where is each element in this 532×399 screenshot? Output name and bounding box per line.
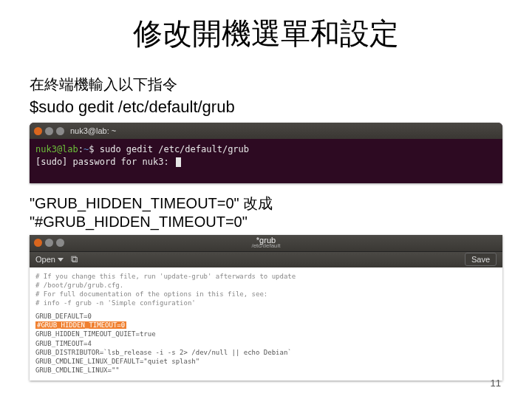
terminal-titlebar: nuk3@lab: ~ — [30, 123, 502, 139]
modify-before-line: "GRUB_HIDDEN_TIMEOUT=0" 改成 — [30, 194, 502, 214]
save-label: Save — [471, 255, 490, 264]
editor-subtitle: /etc/default — [251, 243, 280, 249]
file-line: # If you change this file, run 'update-g… — [35, 272, 497, 281]
maximize-icon[interactable] — [56, 127, 64, 135]
modify-before: "GRUB_HIDDEN_TIMEOUT=0" — [30, 195, 239, 211]
slide-title: 修改開機選單和設定 — [30, 13, 502, 54]
save-button[interactable]: Save — [465, 253, 497, 266]
terminal-output: [sudo] password for nuk3: — [35, 157, 169, 167]
editor-window: *grub /etc/default Open ⧉ Save # If you … — [30, 235, 502, 381]
modify-verb: 改成 — [243, 195, 273, 211]
terminal-title: nuk3@lab: ~ — [70, 126, 116, 135]
file-line: # info -f grub -n 'Simple configuration' — [35, 299, 497, 307]
command-text: $sudo gedit /etc/default/grub — [30, 98, 502, 117]
new-tab-button[interactable]: ⧉ — [71, 253, 78, 265]
open-label: Open — [35, 255, 55, 264]
editor-toolbar: Open ⧉ Save — [30, 251, 502, 267]
instruction-subhead: 在終端機輸入以下指令 — [30, 75, 502, 95]
close-icon[interactable] — [34, 239, 42, 247]
prompt-symbol: $ — [89, 144, 94, 154]
file-line: GRUB_DISTRIBUTOR=`lsb_release -i -s 2> /… — [35, 348, 497, 357]
close-icon[interactable] — [34, 127, 42, 135]
file-line: GRUB_HIDDEN_TIMEOUT_QUIET=true — [35, 330, 497, 338]
prompt-user: nuk3@lab — [35, 144, 78, 154]
terminal-command: sudo gedit /etc/default/grub — [100, 144, 249, 154]
file-line: GRUB_CMDLINE_LINUX="" — [35, 366, 497, 375]
cursor-icon — [176, 157, 181, 167]
highlighted-line: #GRUB_HIDDEN_TIMEOUT=0 — [35, 321, 126, 329]
modify-after-line: "#GRUB_HIDDEN_TIMEOUT=0" — [30, 214, 502, 231]
maximize-icon[interactable] — [56, 239, 64, 247]
file-line: # /boot/grub/grub.cfg. — [35, 281, 497, 290]
open-button[interactable]: Open — [35, 255, 64, 264]
editor-titlebar: *grub /etc/default — [30, 235, 502, 251]
editor-body[interactable]: # If you change this file, run 'update-g… — [30, 267, 502, 381]
minimize-icon[interactable] — [45, 239, 53, 247]
modify-after: "#GRUB_HIDDEN_TIMEOUT=0" — [30, 214, 248, 230]
chevron-down-icon — [58, 258, 64, 262]
terminal-body: nuk3@lab:~$ sudo gedit /etc/default/grub… — [30, 139, 502, 183]
file-line: GRUB_DEFAULT=0 — [35, 312, 497, 321]
file-line: GRUB_TIMEOUT=4 — [35, 339, 497, 348]
page-number: 11 — [491, 378, 501, 389]
minimize-icon[interactable] — [45, 127, 53, 135]
terminal-window: nuk3@lab: ~ nuk3@lab:~$ sudo gedit /etc/… — [30, 123, 502, 183]
file-line: GRUB_CMDLINE_LINUX_DEFAULT="quiet splash… — [35, 357, 497, 366]
file-line: # For full documentation of the options … — [35, 290, 497, 299]
